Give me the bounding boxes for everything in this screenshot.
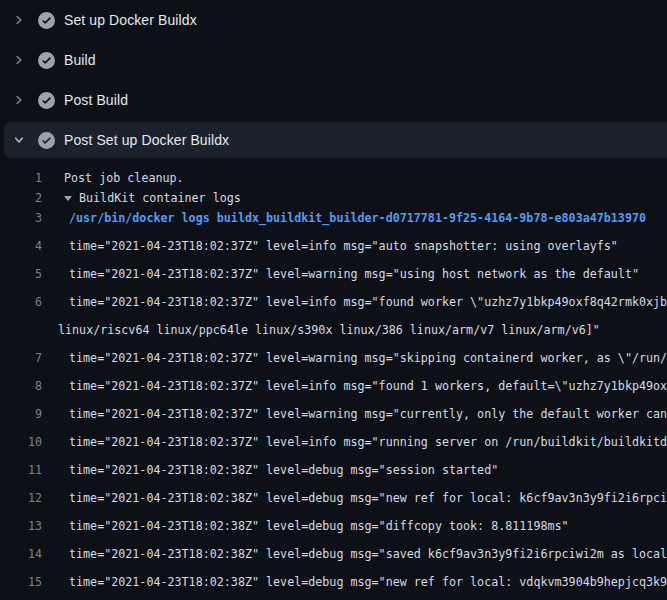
log-line-content: /usr/bin/docker logs buildx_buildkit_bui… — [69, 208, 667, 228]
log-line-number[interactable]: 4 — [0, 236, 42, 256]
log-line-number[interactable]: 7 — [0, 348, 42, 368]
log-line-number[interactable]: 11 — [0, 460, 42, 480]
log-line-content: Post job cleanup. — [64, 168, 667, 188]
log-line-content: time="2021-04-23T18:02:38Z" level=debug … — [69, 460, 667, 480]
log-line-number[interactable]: 10 — [0, 432, 42, 452]
log-row: 12 time="2021-04-23T18:02:38Z" level=deb… — [0, 480, 667, 508]
log-row: 6 time="2021-04-23T18:02:37Z" level=info… — [0, 284, 667, 312]
log-row: 14 time="2021-04-23T18:02:38Z" level=deb… — [0, 536, 667, 564]
log-line-number[interactable]: 2 — [0, 188, 42, 208]
log-line-content: time="2021-04-23T18:02:37Z" level=info m… — [69, 292, 667, 312]
log-row: 7 time="2021-04-23T18:02:37Z" level=warn… — [0, 340, 667, 368]
log-line-text: time="2021-04-23T18:02:37Z" level=warnin… — [69, 407, 667, 421]
check-circle-icon — [38, 132, 55, 149]
step-label: Set up Docker Buildx — [64, 12, 197, 28]
log-line-number[interactable]: 13 — [0, 516, 42, 536]
log-line-text: time="2021-04-23T18:02:37Z" level=info m… — [69, 379, 667, 393]
log-line-number[interactable]: 8 — [0, 376, 42, 396]
chevron-down-icon — [11, 132, 27, 148]
log-line-content: linux/riscv64 linux/ppc64le linux/s390x … — [58, 320, 667, 340]
chevron-right-icon — [11, 12, 27, 28]
log-row: 2 BuildKit container logs — [0, 188, 667, 208]
log-viewer: 1 Post job cleanup. 2 BuildKit container… — [0, 160, 667, 600]
log-line-text: time="2021-04-23T18:02:37Z" level=warnin… — [69, 351, 667, 365]
log-row: linux/riscv64 linux/ppc64le linux/s390x … — [0, 312, 667, 340]
check-circle-icon — [38, 12, 55, 29]
log-row: 3 /usr/bin/docker logs buildx_buildkit_b… — [0, 208, 667, 228]
log-line-content: time="2021-04-23T18:02:37Z" level=info m… — [69, 376, 667, 396]
log-line-number[interactable] — [0, 320, 42, 340]
log-line-number[interactable]: 9 — [0, 404, 42, 424]
log-line-text: /usr/bin/docker logs buildx_buildkit_bui… — [69, 211, 646, 225]
log-line-number[interactable]: 14 — [0, 544, 42, 564]
log-line-text[interactable]: BuildKit container logs — [79, 191, 241, 205]
log-line-text: time="2021-04-23T18:02:38Z" level=debug … — [69, 547, 667, 561]
log-line-text: time="2021-04-23T18:02:37Z" level=info m… — [69, 295, 667, 309]
log-line-text: time="2021-04-23T18:02:37Z" level=info m… — [69, 435, 667, 449]
log-line-content: time="2021-04-23T18:02:38Z" level=debug … — [69, 516, 667, 536]
check-circle-icon — [38, 92, 55, 109]
check-circle-icon — [38, 52, 55, 69]
step-label: Post Build — [64, 92, 128, 108]
log-row: 15 time="2021-04-23T18:02:38Z" level=deb… — [0, 564, 667, 592]
log-line-number[interactable]: 6 — [0, 292, 42, 312]
log-row: 11 time="2021-04-23T18:02:38Z" level=deb… — [0, 452, 667, 480]
log-line-content: time="2021-04-23T18:02:38Z" level=debug … — [69, 572, 667, 592]
log-line-text: time="2021-04-23T18:02:38Z" level=debug … — [69, 575, 667, 589]
log-line-content: time="2021-04-23T18:02:37Z" level=info m… — [69, 432, 667, 452]
log-row: 13 time="2021-04-23T18:02:38Z" level=deb… — [0, 508, 667, 536]
log-row: 10 time="2021-04-23T18:02:37Z" level=inf… — [0, 424, 667, 452]
triangle-down-icon — [64, 196, 72, 201]
log-line-content: time="2021-04-23T18:02:38Z" level=debug … — [69, 544, 667, 564]
steps-list: Set up Docker Buildx Build Post Build Po… — [0, 0, 667, 158]
log-line-text: time="2021-04-23T18:02:38Z" level=debug … — [69, 491, 667, 505]
log-line-content: time="2021-04-23T18:02:38Z" level=debug … — [69, 488, 667, 508]
log-line-content: BuildKit container logs — [64, 188, 667, 208]
log-line-text: time="2021-04-23T18:02:37Z" level=info m… — [69, 239, 618, 253]
log-row: 5 time="2021-04-23T18:02:37Z" level=warn… — [0, 256, 667, 284]
log-row: 16 time="2021-04-23T18:02:38Z" level=deb… — [0, 592, 667, 600]
log-line-text: time="2021-04-23T18:02:37Z" level=warnin… — [69, 267, 639, 281]
log-line-number[interactable]: 5 — [0, 264, 42, 284]
chevron-right-icon — [11, 52, 27, 68]
log-line-number[interactable]: 12 — [0, 488, 42, 508]
log-line-text: time="2021-04-23T18:02:38Z" level=debug … — [69, 519, 569, 533]
log-row: 1 Post job cleanup. — [0, 168, 667, 188]
log-line-text: linux/riscv64 linux/ppc64le linux/s390x … — [58, 323, 600, 337]
log-line-number[interactable]: 3 — [0, 208, 42, 228]
log-row: 8 time="2021-04-23T18:02:37Z" level=info… — [0, 368, 667, 396]
log-row: 4 time="2021-04-23T18:02:37Z" level=info… — [0, 228, 667, 256]
log-line-content: time="2021-04-23T18:02:37Z" level=warnin… — [69, 404, 667, 424]
log-line-number[interactable]: 1 — [0, 168, 42, 188]
log-line-text: time="2021-04-23T18:02:38Z" level=debug … — [69, 463, 498, 477]
log-line-content: time="2021-04-23T18:02:37Z" level=warnin… — [69, 264, 667, 284]
step-label: Build — [64, 52, 96, 68]
log-row: 9 time="2021-04-23T18:02:37Z" level=warn… — [0, 396, 667, 424]
chevron-right-icon — [11, 92, 27, 108]
step-row-post-set-up-docker-buildx[interactable]: Post Set up Docker Buildx — [4, 122, 667, 158]
log-line-content: time="2021-04-23T18:02:37Z" level=warnin… — [69, 348, 667, 368]
step-row-post-build[interactable]: Post Build — [0, 80, 667, 120]
log-line-text: Post job cleanup. — [64, 171, 184, 185]
log-line-number[interactable]: 15 — [0, 572, 42, 592]
step-row-set-up-docker-buildx[interactable]: Set up Docker Buildx — [0, 0, 667, 40]
step-row-build[interactable]: Build — [0, 40, 667, 80]
log-line-content: time="2021-04-23T18:02:37Z" level=info m… — [69, 236, 667, 256]
step-label: Post Set up Docker Buildx — [64, 132, 229, 148]
